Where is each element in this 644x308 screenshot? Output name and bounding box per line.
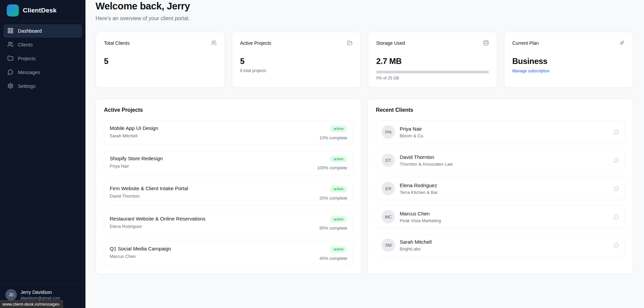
- message-icon: [7, 69, 13, 76]
- stat-label: Active Projects: [240, 40, 272, 46]
- stat-card-storage: Storage Used 2.7 MB 0% of 25 GB: [368, 32, 497, 88]
- project-client: Marcus Chen: [110, 254, 171, 259]
- project-client: Sarah Mitchell: [110, 133, 158, 138]
- sidebar-item-messages[interactable]: Messages: [3, 66, 82, 79]
- project-client: David Thornton: [110, 194, 188, 199]
- page-title: Welcome back, Jerry: [96, 1, 633, 12]
- client-row[interactable]: ER Elena Rodriguez Terra Kitchen & Bar: [376, 177, 625, 200]
- folder-open-icon: [347, 40, 353, 46]
- app-title: ClientDesk: [23, 7, 57, 14]
- project-progress: 20% complete: [320, 196, 347, 201]
- status-badge: active: [330, 216, 347, 223]
- panel-title: Active Projects: [104, 107, 353, 113]
- sidebar-nav: Dashboard Clients Projects Messages Sett…: [0, 21, 85, 96]
- project-client: Elena Rodriguez: [110, 224, 206, 229]
- stat-card-total-clients: Total Clients 5: [96, 32, 225, 88]
- client-row[interactable]: SM Sarah Mitchell BrightLabs: [376, 234, 625, 256]
- project-row[interactable]: Restaurant Website & Online Reservations…: [104, 211, 353, 236]
- folder-icon: [7, 55, 13, 62]
- client-company: Bloom & Co.: [400, 133, 424, 138]
- stat-label: Storage Used: [376, 40, 405, 46]
- sidebar-item-label: Messages: [18, 70, 40, 75]
- link-status-tooltip: www.client-desk.io/messages: [0, 300, 63, 308]
- sparkles-icon: [619, 40, 625, 46]
- recent-clients-panel: Recent Clients PN Priya Nair Bloom & Co.…: [367, 99, 633, 274]
- manage-subscription-link[interactable]: Manage subscription: [512, 69, 550, 73]
- sidebar-item-clients[interactable]: Clients: [3, 38, 82, 52]
- project-name: Firm Website & Client Intake Portal: [110, 185, 188, 191]
- stat-card-active-projects: Active Projects 5 6 total projects: [232, 32, 361, 88]
- database-icon: [483, 40, 489, 46]
- message-icon[interactable]: [614, 129, 619, 135]
- avatar: JD: [5, 289, 17, 301]
- active-projects-panel: Active Projects Mobile App UI Design Sar…: [96, 99, 361, 274]
- client-company: Peak Vista Marketing: [400, 218, 441, 223]
- sidebar-item-label: Settings: [18, 83, 35, 89]
- sidebar-item-label: Projects: [18, 56, 35, 61]
- project-progress: 10% complete: [320, 135, 347, 140]
- client-row[interactable]: DT David Thornton Thornton & Associates …: [376, 149, 625, 172]
- client-name: Sarah Mitchell: [400, 239, 432, 245]
- client-row[interactable]: MC Marcus Chen Peak Vista Marketing: [376, 205, 625, 228]
- stat-card-plan: Current Plan Business Manage subscriptio…: [504, 32, 634, 88]
- stat-value: 5: [240, 57, 353, 66]
- project-progress: 40% complete: [320, 256, 347, 261]
- stat-value: 2.7 MB: [376, 57, 489, 66]
- panels-row: Active Projects Mobile App UI Design Sar…: [96, 99, 633, 274]
- storage-caption: 0% of 25 GB: [376, 76, 489, 80]
- sidebar-item-settings[interactable]: Settings: [3, 79, 82, 93]
- avatar: DT: [382, 153, 395, 167]
- project-row[interactable]: Firm Website & Client Intake Portal Davi…: [104, 181, 353, 206]
- client-name: David Thornton: [400, 154, 453, 160]
- users-icon: [211, 40, 217, 46]
- gear-icon: [7, 83, 13, 90]
- sidebar: ClientDesk Dashboard Clients Projects Me…: [0, 0, 85, 308]
- avatar: SM: [382, 238, 395, 252]
- status-badge: active: [330, 156, 347, 163]
- user-name: Jerry Davidson: [21, 289, 60, 295]
- stat-value: 5: [104, 57, 217, 66]
- app-logo-icon: [7, 4, 19, 16]
- avatar: ER: [382, 182, 395, 195]
- message-icon[interactable]: [614, 186, 619, 191]
- message-icon[interactable]: [614, 242, 619, 248]
- project-progress: 100% complete: [317, 165, 347, 170]
- message-icon[interactable]: [614, 214, 619, 219]
- client-company: Terra Kitchen & Bar: [400, 190, 438, 195]
- client-name: Marcus Chen: [400, 211, 441, 216]
- project-row[interactable]: Shopify Store Redesign Priya Nair active…: [104, 151, 353, 176]
- sidebar-item-projects[interactable]: Projects: [3, 52, 82, 65]
- grid-icon: [7, 28, 13, 35]
- stat-label: Total Clients: [104, 40, 130, 46]
- project-name: Shopify Store Redesign: [110, 156, 163, 161]
- user-email: jdavidson@gmail.com: [21, 296, 60, 301]
- brand: ClientDesk: [0, 0, 85, 21]
- client-row[interactable]: PN Priya Nair Bloom & Co.: [376, 121, 625, 143]
- client-name: Priya Nair: [400, 126, 424, 132]
- sidebar-item-label: Dashboard: [18, 28, 42, 34]
- avatar: MC: [382, 210, 395, 224]
- sidebar-item-dashboard[interactable]: Dashboard: [3, 24, 82, 38]
- status-badge: active: [330, 246, 347, 253]
- page-subtitle: Here's an overview of your client portal…: [96, 15, 633, 22]
- panel-title: Recent Clients: [376, 107, 625, 113]
- sidebar-item-label: Clients: [18, 42, 33, 47]
- status-badge: active: [330, 126, 347, 132]
- stats-row: Total Clients 5 Active Projects 5 6 tota…: [96, 32, 633, 88]
- storage-progress-bar: [376, 71, 489, 73]
- project-row[interactable]: Mobile App UI Design Sarah Mitchell acti…: [104, 121, 353, 145]
- client-company: Thornton & Associates Law: [400, 162, 453, 167]
- project-name: Restaurant Website & Online Reservations: [110, 216, 206, 221]
- avatar: PN: [382, 125, 395, 139]
- users-icon: [7, 41, 13, 48]
- client-name: Elena Rodriguez: [400, 182, 438, 188]
- stat-value: Business: [512, 57, 625, 66]
- message-icon[interactable]: [614, 158, 619, 163]
- project-name: Mobile App UI Design: [110, 125, 158, 131]
- project-progress: 85% complete: [320, 226, 347, 231]
- stat-label: Current Plan: [512, 40, 539, 46]
- project-row[interactable]: Q1 Social Media Campaign Marcus Chen act…: [104, 241, 353, 266]
- status-badge: active: [330, 186, 347, 193]
- stat-subtext: 6 total projects: [240, 68, 353, 73]
- project-client: Priya Nair: [110, 164, 163, 169]
